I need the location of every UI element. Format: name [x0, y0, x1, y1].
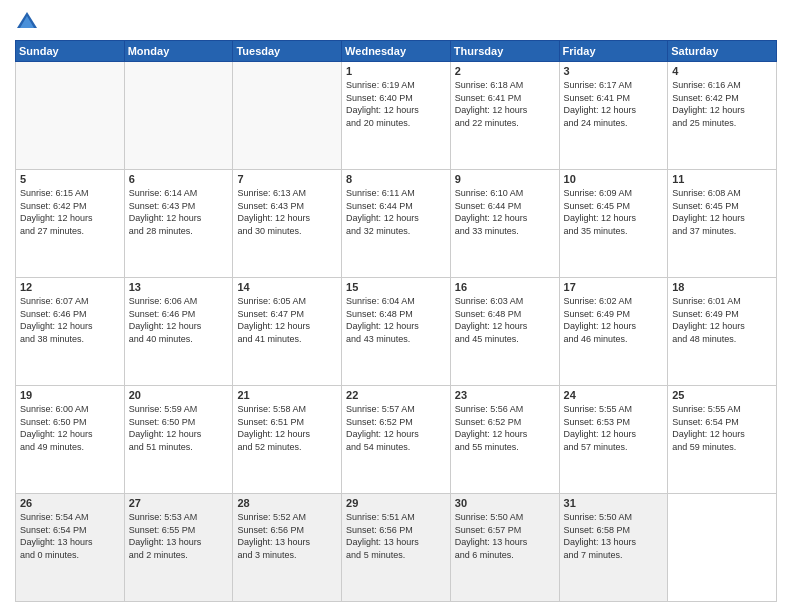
weekday-header-monday: Monday	[124, 41, 233, 62]
week-row-4: 19Sunrise: 6:00 AM Sunset: 6:50 PM Dayli…	[16, 386, 777, 494]
calendar-cell	[124, 62, 233, 170]
day-number: 29	[346, 497, 446, 509]
logo-icon	[15, 10, 39, 34]
day-info: Sunrise: 6:17 AM Sunset: 6:41 PM Dayligh…	[564, 79, 664, 129]
calendar-cell: 5Sunrise: 6:15 AM Sunset: 6:42 PM Daylig…	[16, 170, 125, 278]
day-info: Sunrise: 6:15 AM Sunset: 6:42 PM Dayligh…	[20, 187, 120, 237]
calendar-cell: 19Sunrise: 6:00 AM Sunset: 6:50 PM Dayli…	[16, 386, 125, 494]
week-row-2: 5Sunrise: 6:15 AM Sunset: 6:42 PM Daylig…	[16, 170, 777, 278]
day-info: Sunrise: 5:51 AM Sunset: 6:56 PM Dayligh…	[346, 511, 446, 561]
day-number: 6	[129, 173, 229, 185]
day-info: Sunrise: 5:52 AM Sunset: 6:56 PM Dayligh…	[237, 511, 337, 561]
day-info: Sunrise: 6:01 AM Sunset: 6:49 PM Dayligh…	[672, 295, 772, 345]
day-info: Sunrise: 6:19 AM Sunset: 6:40 PM Dayligh…	[346, 79, 446, 129]
day-number: 30	[455, 497, 555, 509]
calendar-cell: 3Sunrise: 6:17 AM Sunset: 6:41 PM Daylig…	[559, 62, 668, 170]
day-number: 19	[20, 389, 120, 401]
day-number: 17	[564, 281, 664, 293]
calendar-cell: 24Sunrise: 5:55 AM Sunset: 6:53 PM Dayli…	[559, 386, 668, 494]
calendar-cell: 2Sunrise: 6:18 AM Sunset: 6:41 PM Daylig…	[450, 62, 559, 170]
day-info: Sunrise: 6:04 AM Sunset: 6:48 PM Dayligh…	[346, 295, 446, 345]
day-number: 9	[455, 173, 555, 185]
day-info: Sunrise: 5:57 AM Sunset: 6:52 PM Dayligh…	[346, 403, 446, 453]
day-number: 11	[672, 173, 772, 185]
day-info: Sunrise: 5:55 AM Sunset: 6:54 PM Dayligh…	[672, 403, 772, 453]
calendar-table: SundayMondayTuesdayWednesdayThursdayFrid…	[15, 40, 777, 602]
calendar-cell: 11Sunrise: 6:08 AM Sunset: 6:45 PM Dayli…	[668, 170, 777, 278]
weekday-header-wednesday: Wednesday	[342, 41, 451, 62]
day-number: 28	[237, 497, 337, 509]
day-number: 31	[564, 497, 664, 509]
day-info: Sunrise: 6:07 AM Sunset: 6:46 PM Dayligh…	[20, 295, 120, 345]
day-info: Sunrise: 6:13 AM Sunset: 6:43 PM Dayligh…	[237, 187, 337, 237]
calendar-cell: 1Sunrise: 6:19 AM Sunset: 6:40 PM Daylig…	[342, 62, 451, 170]
day-number: 1	[346, 65, 446, 77]
day-info: Sunrise: 5:50 AM Sunset: 6:57 PM Dayligh…	[455, 511, 555, 561]
day-number: 10	[564, 173, 664, 185]
calendar-cell: 23Sunrise: 5:56 AM Sunset: 6:52 PM Dayli…	[450, 386, 559, 494]
calendar-cell: 12Sunrise: 6:07 AM Sunset: 6:46 PM Dayli…	[16, 278, 125, 386]
weekday-header-sunday: Sunday	[16, 41, 125, 62]
calendar-cell: 29Sunrise: 5:51 AM Sunset: 6:56 PM Dayli…	[342, 494, 451, 602]
day-info: Sunrise: 6:06 AM Sunset: 6:46 PM Dayligh…	[129, 295, 229, 345]
day-number: 22	[346, 389, 446, 401]
day-info: Sunrise: 6:09 AM Sunset: 6:45 PM Dayligh…	[564, 187, 664, 237]
weekday-header-friday: Friday	[559, 41, 668, 62]
day-info: Sunrise: 5:50 AM Sunset: 6:58 PM Dayligh…	[564, 511, 664, 561]
day-number: 23	[455, 389, 555, 401]
calendar-cell: 4Sunrise: 6:16 AM Sunset: 6:42 PM Daylig…	[668, 62, 777, 170]
day-number: 16	[455, 281, 555, 293]
day-number: 3	[564, 65, 664, 77]
calendar-cell: 30Sunrise: 5:50 AM Sunset: 6:57 PM Dayli…	[450, 494, 559, 602]
calendar-cell: 14Sunrise: 6:05 AM Sunset: 6:47 PM Dayli…	[233, 278, 342, 386]
weekday-header-thursday: Thursday	[450, 41, 559, 62]
day-info: Sunrise: 5:56 AM Sunset: 6:52 PM Dayligh…	[455, 403, 555, 453]
day-number: 27	[129, 497, 229, 509]
day-info: Sunrise: 5:55 AM Sunset: 6:53 PM Dayligh…	[564, 403, 664, 453]
calendar-cell: 21Sunrise: 5:58 AM Sunset: 6:51 PM Dayli…	[233, 386, 342, 494]
day-number: 24	[564, 389, 664, 401]
week-row-5: 26Sunrise: 5:54 AM Sunset: 6:54 PM Dayli…	[16, 494, 777, 602]
day-info: Sunrise: 6:16 AM Sunset: 6:42 PM Dayligh…	[672, 79, 772, 129]
day-info: Sunrise: 6:08 AM Sunset: 6:45 PM Dayligh…	[672, 187, 772, 237]
calendar-cell: 13Sunrise: 6:06 AM Sunset: 6:46 PM Dayli…	[124, 278, 233, 386]
logo	[15, 10, 43, 34]
day-number: 18	[672, 281, 772, 293]
calendar-cell: 7Sunrise: 6:13 AM Sunset: 6:43 PM Daylig…	[233, 170, 342, 278]
day-info: Sunrise: 6:11 AM Sunset: 6:44 PM Dayligh…	[346, 187, 446, 237]
day-number: 8	[346, 173, 446, 185]
day-info: Sunrise: 5:59 AM Sunset: 6:50 PM Dayligh…	[129, 403, 229, 453]
day-info: Sunrise: 6:10 AM Sunset: 6:44 PM Dayligh…	[455, 187, 555, 237]
calendar-cell: 27Sunrise: 5:53 AM Sunset: 6:55 PM Dayli…	[124, 494, 233, 602]
day-info: Sunrise: 6:14 AM Sunset: 6:43 PM Dayligh…	[129, 187, 229, 237]
calendar-cell: 28Sunrise: 5:52 AM Sunset: 6:56 PM Dayli…	[233, 494, 342, 602]
calendar-cell: 25Sunrise: 5:55 AM Sunset: 6:54 PM Dayli…	[668, 386, 777, 494]
weekday-header-saturday: Saturday	[668, 41, 777, 62]
day-number: 12	[20, 281, 120, 293]
day-info: Sunrise: 6:18 AM Sunset: 6:41 PM Dayligh…	[455, 79, 555, 129]
day-info: Sunrise: 5:54 AM Sunset: 6:54 PM Dayligh…	[20, 511, 120, 561]
calendar-cell: 9Sunrise: 6:10 AM Sunset: 6:44 PM Daylig…	[450, 170, 559, 278]
calendar-cell: 17Sunrise: 6:02 AM Sunset: 6:49 PM Dayli…	[559, 278, 668, 386]
day-number: 13	[129, 281, 229, 293]
calendar-cell: 20Sunrise: 5:59 AM Sunset: 6:50 PM Dayli…	[124, 386, 233, 494]
day-number: 5	[20, 173, 120, 185]
day-number: 4	[672, 65, 772, 77]
calendar-cell: 15Sunrise: 6:04 AM Sunset: 6:48 PM Dayli…	[342, 278, 451, 386]
calendar-cell: 8Sunrise: 6:11 AM Sunset: 6:44 PM Daylig…	[342, 170, 451, 278]
calendar-cell	[233, 62, 342, 170]
day-number: 21	[237, 389, 337, 401]
page: SundayMondayTuesdayWednesdayThursdayFrid…	[0, 0, 792, 612]
calendar-cell: 26Sunrise: 5:54 AM Sunset: 6:54 PM Dayli…	[16, 494, 125, 602]
calendar-cell: 10Sunrise: 6:09 AM Sunset: 6:45 PM Dayli…	[559, 170, 668, 278]
weekday-header-row: SundayMondayTuesdayWednesdayThursdayFrid…	[16, 41, 777, 62]
day-number: 7	[237, 173, 337, 185]
day-number: 2	[455, 65, 555, 77]
calendar-cell: 6Sunrise: 6:14 AM Sunset: 6:43 PM Daylig…	[124, 170, 233, 278]
day-info: Sunrise: 6:00 AM Sunset: 6:50 PM Dayligh…	[20, 403, 120, 453]
day-number: 26	[20, 497, 120, 509]
day-info: Sunrise: 5:53 AM Sunset: 6:55 PM Dayligh…	[129, 511, 229, 561]
day-info: Sunrise: 6:02 AM Sunset: 6:49 PM Dayligh…	[564, 295, 664, 345]
day-info: Sunrise: 6:05 AM Sunset: 6:47 PM Dayligh…	[237, 295, 337, 345]
header	[15, 10, 777, 34]
